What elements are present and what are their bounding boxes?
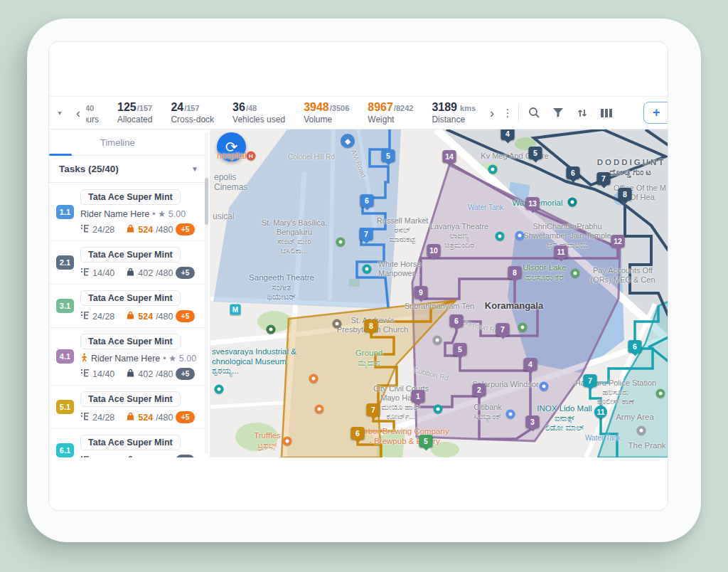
load-value: 524 [138,225,153,235]
extra-stops-pill[interactable]: +5 [176,411,195,423]
tab-timeline[interactable]: Timeline [100,137,135,148]
hospital-pin: H [247,152,256,161]
load-total: /480 [156,312,173,322]
stat-cross-dock: 24/157 Cross-dock [171,101,214,125]
stops-value: 14/40 [92,456,114,458]
route-stop-marker-purple-1[interactable]: 1 [412,390,425,403]
bag-icon [126,369,135,380]
citibank-pin [506,410,515,419]
load-total: /480 [156,456,173,458]
mosque-pin [518,323,528,332]
stats-next-icon[interactable]: › [484,107,500,120]
stops-stat: 24/28 [80,311,114,322]
map-refresh-button[interactable]: ⟳ [217,132,246,161]
route-stop-marker-purple-9[interactable]: 9 [414,286,428,299]
route-stop-marker-orange-6[interactable]: 6 [351,427,365,440]
route-stop-marker-orange-8[interactable]: 8 [365,319,378,332]
stat-value: 36 [232,101,245,113]
poi-pin [309,374,318,383]
route-stop-marker-purple-3[interactable]: 3 [526,415,540,428]
extra-stops-pill[interactable]: +5 [176,455,195,457]
route-stop-marker-blue-5[interactable]: 5 [382,149,395,162]
route-stop-marker-teal-11[interactable]: 11 [594,406,607,418]
route-stop-marker-purple-8[interactable]: 8 [508,266,522,279]
task-stats-row: 24/28 524/480 +5 [80,223,205,235]
route-stop-marker-purple-2[interactable]: 2 [473,383,486,396]
add-button[interactable]: + [643,102,668,124]
stops-icon [80,369,90,379]
stops-value: 14/40 [92,268,114,278]
vehicle-chip[interactable]: Tata Ace Super Mint [80,435,181,450]
extra-stops-pill[interactable]: +5 [176,267,195,279]
sort-icon[interactable] [570,102,594,124]
task-card-3.1[interactable]: 3.1 Tata Ace Super Mint 24/28 524/480 +5 [49,284,205,327]
extra-stops-pill[interactable]: +5 [176,310,195,322]
route-stop-marker-purple-14[interactable]: 14 [443,150,456,163]
stat-label: Weight [368,115,413,125]
route-stop-marker-purple-13[interactable]: 13 [526,197,540,210]
kv-meg-pin [488,165,498,174]
route-stop-marker-teal-6[interactable]: 6 [628,340,642,353]
vehicle-chip[interactable]: Tata Ace Super Mint [80,334,181,349]
more-menu-icon[interactable]: ⋮ [500,107,515,118]
task-stats-row: 14/40 402/480 +5 [80,455,205,457]
truffles-pin [283,437,292,446]
route-badge: 3.1 [56,299,74,313]
extra-stops-pill[interactable]: +5 [176,368,195,380]
route-stop-marker-purple-12[interactable]: 12 [611,235,625,248]
stops-icon [80,311,90,322]
route-badge: 4.1 [56,349,74,364]
tasks-header[interactable]: Tasks (25/40) ▼ [49,156,210,183]
route-stop-marker-navy-7[interactable]: 7 [597,172,611,185]
columns-icon[interactable] [594,102,619,124]
stat-label: Volume [304,115,349,125]
task-card-4.1[interactable]: 4.1 Tata Ace Super MintRider Name Here• … [49,327,205,385]
route-stop-marker-navy-8[interactable]: 8 [619,188,632,201]
police-pin [656,389,665,398]
route-stop-marker-orange-7[interactable]: 7 [367,403,380,416]
tasks-collapse-icon[interactable]: ▼ [191,165,198,173]
task-card-1.1[interactable]: 1.1 Tata Ace Super MintRider Name Here• … [49,184,205,240]
map-canvas[interactable]: ⟳ hospitalepolisCinemasusicalColonel Hil… [210,129,668,457]
route-stop-marker-blue-6[interactable]: 6 [360,194,374,207]
stats-prev-icon[interactable]: ‹ [70,107,86,120]
extra-stops-pill[interactable]: +5 [176,223,195,235]
filter-icon[interactable] [546,102,570,124]
rider-rating: • ★ 5.00 [152,208,186,219]
stat-total: /3506 [330,104,350,112]
route-stop-marker-navy-4[interactable]: 4 [501,129,515,140]
search-icon[interactable] [522,102,546,124]
route-stop-marker-purple-10[interactable]: 10 [427,244,441,257]
route-stop-marker-purple-6[interactable]: 6 [450,314,464,327]
task-stats-row: 24/28 524/480 +5 [80,310,205,322]
task-card-6.1[interactable]: 6.1 Tata Ace Super Mint 14/40 402/480 +5 [49,428,205,457]
vehicle-chip[interactable]: Tata Ace Super Mint [80,247,181,263]
load-total: /480 [156,413,173,423]
scrollbar-thumb[interactable] [205,178,208,225]
stops-stat: 14/40 [80,369,114,379]
stops-icon [80,268,90,278]
route-stop-marker-blue-7[interactable]: 7 [360,228,373,240]
route-stop-marker-green-5[interactable]: 5 [419,435,433,447]
mayo-hall-pin [434,405,443,414]
route-stop-marker-purple-5[interactable]: 5 [454,343,467,356]
route-stop-marker-purple-7[interactable]: 7 [496,323,510,336]
vehicle-chip[interactable]: Tata Ace Super Mint [80,391,181,407]
route-stop-marker-purple-11[interactable]: 11 [555,245,568,258]
route-badge: 2.1 [56,255,74,270]
route-stop-marker-navy-6[interactable]: 6 [567,166,580,179]
vehicle-chip[interactable]: Tata Ace Super Mint [80,189,181,205]
bag-icon [126,455,135,458]
collapse-caret-icon[interactable]: ▾ [49,109,70,117]
bag-icon [126,224,135,235]
route-stop-marker-navy-5[interactable]: 5 [529,147,542,159]
task-card-2.1[interactable]: 2.1 Tata Ace Super Mint 14/40 402/480 +5 [49,240,205,284]
route-stop-marker-purple-4[interactable]: 4 [524,358,537,371]
tasks-header-label: Tasks (25/40) [59,164,119,174]
sidebar-scrollbar[interactable] [205,132,208,454]
vehicle-chip[interactable]: Tata Ace Super Mint [80,290,181,306]
rider-row: Rider Name Here• ★ 5.00 [80,208,205,219]
route-stop-marker-teal-7[interactable]: 7 [584,374,597,387]
task-card-5.1[interactable]: 5.1 Tata Ace Super Mint 24/28 524/480 +5 [49,385,205,428]
metro-station-icon: M [230,304,241,315]
